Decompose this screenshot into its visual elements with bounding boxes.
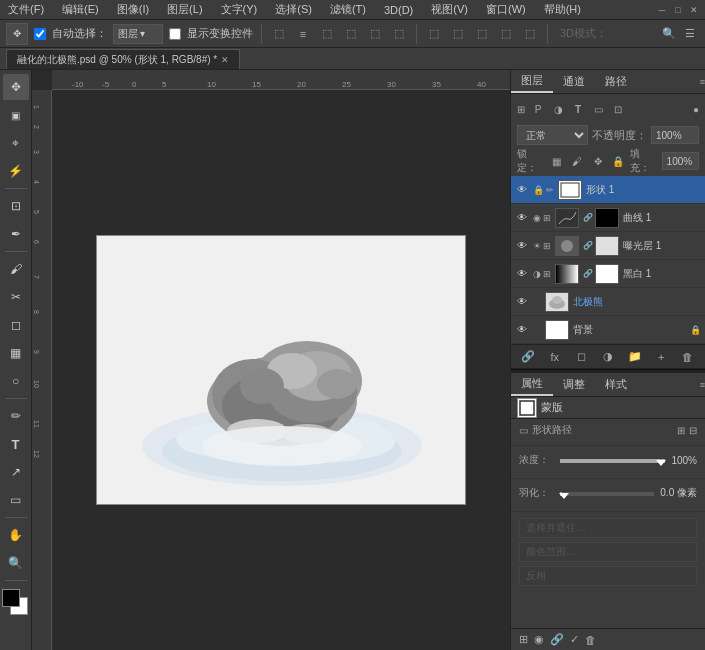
clone-tool[interactable]: ✂ — [3, 284, 29, 310]
move-tool-button[interactable]: ✥ — [6, 23, 28, 45]
tab-properties[interactable]: 属性 — [511, 373, 553, 396]
distribute-5-icon[interactable]: ⬚ — [521, 25, 539, 43]
shape-tool[interactable]: ▭ — [3, 487, 29, 513]
workspace-icon[interactable]: ☰ — [681, 25, 699, 43]
lock-position-icon[interactable]: ✥ — [589, 152, 605, 170]
props-panel-menu-icon[interactable]: ≡ — [700, 380, 705, 390]
lock-all-icon[interactable]: 🔒 — [610, 152, 626, 170]
align-left-icon[interactable]: ⬚ — [270, 25, 288, 43]
align-center-icon[interactable]: ≡ — [294, 25, 312, 43]
menu-edit[interactable]: 编辑(E) — [58, 2, 103, 17]
tab-adjustments[interactable]: 调整 — [553, 373, 595, 396]
add-fx-button[interactable]: fx — [545, 347, 565, 367]
tab-styles[interactable]: 样式 — [595, 373, 637, 396]
tab-channels[interactable]: 通道 — [553, 70, 595, 93]
layer-visibility-background[interactable]: 👁 — [515, 323, 529, 337]
filter-toggle[interactable]: ● — [693, 104, 699, 115]
delete-layer-button[interactable]: 🗑 — [678, 347, 698, 367]
foreground-swatch[interactable] — [2, 589, 20, 607]
document-tab[interactable]: 融化的北极熊.psd @ 50% (形状 1, RGB/8#) * ✕ — [6, 49, 240, 69]
layer-visibility-curve1[interactable]: 👁 — [515, 211, 529, 225]
menu-image[interactable]: 图像(I) — [113, 2, 153, 17]
distribute-icon[interactable]: ⬚ — [425, 25, 443, 43]
align-bottom-icon[interactable]: ⬚ — [390, 25, 408, 43]
feather-slider[interactable] — [560, 492, 654, 496]
search-icon[interactable]: 🔍 — [660, 25, 678, 43]
auto-select-checkbox[interactable] — [34, 28, 46, 40]
apply-icon[interactable]: ✓ — [570, 633, 579, 646]
menu-type[interactable]: 文字(Y) — [217, 2, 262, 17]
align-middle-icon[interactable]: ⬚ — [366, 25, 384, 43]
maximize-button[interactable]: □ — [671, 3, 685, 17]
pen-tool[interactable]: ✏ — [3, 403, 29, 429]
grid-icon[interactable]: ⊞ — [519, 633, 528, 646]
filter-pixel-icon[interactable]: P — [529, 100, 547, 118]
layer-item-background[interactable]: 👁 背景 🔒 — [511, 316, 705, 344]
mask-subtract-icon[interactable]: ⊟ — [689, 425, 697, 436]
close-tab-icon[interactable]: ✕ — [221, 55, 229, 65]
eye-view-icon[interactable]: ◉ — [534, 633, 544, 646]
create-layer-button[interactable]: + — [651, 347, 671, 367]
opacity-input[interactable]: 100% — [651, 126, 699, 144]
select-and-mask-button[interactable]: 选择并遮住… — [519, 518, 697, 538]
filter-type-text-icon[interactable]: T — [569, 100, 587, 118]
menu-help[interactable]: 帮助(H) — [540, 2, 585, 17]
menu-layer[interactable]: 图层(L) — [163, 2, 206, 17]
filter-shape-icon[interactable]: ▭ — [589, 100, 607, 118]
menu-view[interactable]: 视图(V) — [427, 2, 472, 17]
move-tool[interactable]: ✥ — [3, 74, 29, 100]
brush-tool[interactable]: 🖌 — [3, 256, 29, 282]
panel-menu-icon[interactable]: ≡ — [700, 77, 705, 87]
minimize-button[interactable]: ─ — [655, 3, 669, 17]
filter-adj-icon[interactable]: ◑ — [549, 100, 567, 118]
layer-item-shape1[interactable]: 👁 🔒 ✏ 形状 1 — [511, 176, 705, 204]
crop-tool[interactable]: ⊡ — [3, 193, 29, 219]
layer-visibility-bw1[interactable]: 👁 — [515, 267, 529, 281]
menu-file[interactable]: 文件(F) — [4, 2, 48, 17]
layer-item-exposure1[interactable]: 👁 ☀ ⊞ 🔗 曝光层 1 — [511, 232, 705, 260]
distribute-4-icon[interactable]: ⬚ — [497, 25, 515, 43]
align-right-icon[interactable]: ⬚ — [318, 25, 336, 43]
create-adjustment-button[interactable]: ◑ — [598, 347, 618, 367]
menu-3d[interactable]: 3D(D) — [380, 4, 417, 16]
color-range-button[interactable]: 颜色范围… — [519, 542, 697, 562]
fill-input[interactable]: 100% — [662, 152, 699, 170]
lock-transparent-icon[interactable]: ▦ — [548, 152, 564, 170]
hand-tool[interactable]: ✋ — [3, 522, 29, 548]
layer-item-curve1[interactable]: 👁 ◉ ⊞ 🔗 曲线 1 — [511, 204, 705, 232]
layer-item-bear[interactable]: 👁 北极熊 — [511, 288, 705, 316]
blend-mode-select[interactable]: 正常 — [517, 125, 588, 145]
layer-visibility-bear[interactable]: 👁 — [515, 295, 529, 309]
tab-paths[interactable]: 路径 — [595, 70, 637, 93]
magic-wand-tool[interactable]: ⚡ — [3, 158, 29, 184]
eyedropper-tool[interactable]: ✒ — [3, 221, 29, 247]
tab-layers[interactable]: 图层 — [511, 70, 553, 93]
path-tool[interactable]: ↗ — [3, 459, 29, 485]
type-tool[interactable]: T — [3, 431, 29, 457]
layer-item-bw1[interactable]: 👁 ◑ ⊞ 🔗 黑白 1 — [511, 260, 705, 288]
layer-visibility-shape1[interactable]: 👁 — [515, 183, 529, 197]
link-layers-button[interactable]: 🔗 — [518, 347, 538, 367]
marquee-tool[interactable]: ▣ — [3, 102, 29, 128]
add-mask-button[interactable]: ◻ — [571, 347, 591, 367]
show-transform-checkbox[interactable] — [169, 28, 181, 40]
close-button[interactable]: ✕ — [687, 3, 701, 17]
trash-icon[interactable]: 🗑 — [585, 634, 596, 646]
dodge-tool[interactable]: ○ — [3, 368, 29, 394]
auto-select-dropdown[interactable]: 图层 ▾ — [113, 24, 163, 44]
invert-button[interactable]: 反相 — [519, 566, 697, 586]
mask-add-icon[interactable]: ⊞ — [677, 425, 685, 436]
distribute-2-icon[interactable]: ⬚ — [449, 25, 467, 43]
density-slider[interactable] — [560, 459, 665, 463]
menu-window[interactable]: 窗口(W) — [482, 2, 530, 17]
zoom-tool[interactable]: 🔍 — [3, 550, 29, 576]
lasso-tool[interactable]: ⌖ — [3, 130, 29, 156]
menu-filter[interactable]: 滤镜(T) — [326, 2, 370, 17]
create-group-button[interactable]: 📁 — [625, 347, 645, 367]
eraser-tool[interactable]: ◻ — [3, 312, 29, 338]
lock-pixels-icon[interactable]: 🖌 — [569, 152, 585, 170]
align-top-icon[interactable]: ⬚ — [342, 25, 360, 43]
link-icon[interactable]: 🔗 — [550, 633, 564, 646]
distribute-3-icon[interactable]: ⬚ — [473, 25, 491, 43]
gradient-tool[interactable]: ▦ — [3, 340, 29, 366]
